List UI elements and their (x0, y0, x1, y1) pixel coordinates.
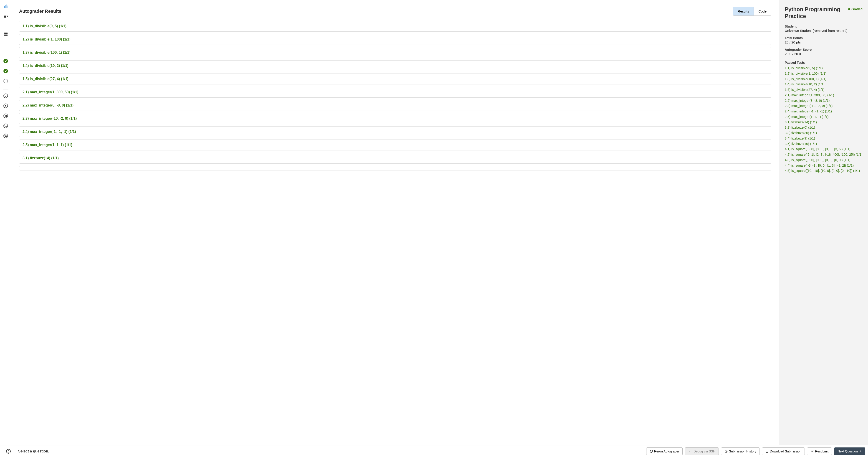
download-icon (766, 450, 769, 453)
rerun-autograder-button[interactable]: Rerun Autograder (646, 448, 683, 455)
user-icon[interactable] (3, 449, 14, 454)
student-label: Student (785, 25, 863, 28)
svg-rect-0 (4, 6, 5, 8)
footer-bar: Select a question. Rerun Autograder >_ D… (0, 445, 868, 457)
passed-tests-list: 1.1) is_divisible(9, 5) (1/1)1.2) is_div… (785, 66, 863, 174)
passed-test-item[interactable]: 2.1) max_integer(1, 300, 50) (1/1) (785, 93, 863, 98)
bars-icon[interactable] (2, 3, 9, 10)
center-column: Autograder Results Results Code 1.1) is_… (11, 0, 779, 457)
search-icon[interactable] (2, 122, 9, 129)
autograder-score-label: Autograder Score (785, 48, 863, 52)
svg-rect-13 (6, 115, 7, 117)
passed-test-item[interactable]: 3.5) fizzbuzz(10) (1/1) (785, 142, 863, 147)
server-icon[interactable] (2, 30, 9, 38)
right-panel[interactable]: Python Programming Practice Graded Stude… (779, 0, 868, 457)
passed-test-item[interactable]: 4.1) is_square([0, 0], [0, 6], [3, 0], [… (785, 147, 863, 152)
passed-test-item[interactable]: 2.5) max_integer(1, 1, 1) (1/1) (785, 115, 863, 120)
passed-test-item[interactable]: 4.5) is_square([10, -10], [10, 0], [0, 0… (785, 169, 863, 174)
results-scroll[interactable]: Autograder Results Results Code 1.1) is_… (11, 0, 779, 457)
tab-code[interactable]: Code (753, 7, 771, 16)
copyright-icon[interactable]: C (2, 92, 9, 99)
svg-rect-3 (7, 6, 7, 8)
test-list: 1.1) is_divisible(9, 5) (1/1)1.2) is_div… (19, 21, 771, 171)
assignment-title: Python Programming Practice (785, 6, 844, 20)
passed-test-item[interactable]: 3.1) fizzbuzz(14) (1/1) (785, 120, 863, 125)
test-item[interactable]: 1.1) is_divisible(9, 5) (1/1) (19, 21, 771, 32)
test-item[interactable]: 1.3) is_divisible(100, 1) (1/1) (19, 47, 771, 58)
passed-test-item[interactable]: 4.4) is_square([-3, -1], [0, 0], [1, 3],… (785, 163, 863, 168)
target-icon[interactable] (2, 102, 9, 110)
svg-rect-2 (6, 5, 6, 8)
clock-icon (724, 450, 727, 453)
passed-test-item[interactable]: 1.1) is_divisible(9, 5) (1/1) (785, 66, 863, 71)
svg-rect-1 (5, 5, 5, 8)
tab-results[interactable]: Results (733, 7, 753, 16)
svg-rect-11 (5, 116, 5, 117)
svg-point-16 (8, 450, 9, 451)
passed-test-item[interactable]: 2.2) max_integer(8, -8, 0) (1/1) (785, 98, 863, 103)
test-item[interactable]: 2.2) max_integer(8, -8, 0) (1/1) (19, 100, 771, 111)
next-question-button[interactable]: Next Question (834, 448, 865, 455)
question-2-icon[interactable] (2, 67, 9, 74)
test-item[interactable]: 3.1) fizzbuzz(14) (1/1) (19, 153, 771, 164)
stats-icon[interactable] (2, 112, 9, 120)
passed-test-item[interactable]: 3.4) fizzbuzz(9) (1/1) (785, 136, 863, 141)
svg-line-15 (6, 126, 7, 127)
gear-icon[interactable] (2, 132, 9, 140)
download-submission-button[interactable]: Download Submission (762, 448, 805, 455)
question-1-icon[interactable] (2, 57, 9, 65)
passed-test-item[interactable]: 4.2) is_square([5, 1], [2, 3], [-18, 400… (785, 152, 863, 157)
menu-toggle-icon[interactable] (2, 13, 9, 20)
debug-ssh-button: >_ Debug via SSH (685, 448, 719, 455)
passed-test-item[interactable]: 2.3) max_integer(-10, -2, 0) (1/1) (785, 103, 863, 109)
test-item[interactable]: 2.3) max_integer(-10, -2, 0) (1/1) (19, 113, 771, 124)
resubmit-button[interactable]: Resubmit (807, 448, 832, 455)
test-item[interactable]: 2.4) max_integer(-1, -1, -1) (1/1) (19, 126, 771, 137)
passed-test-item[interactable]: 2.4) max_integer(-1, -1, -1) (1/1) (785, 109, 863, 114)
question-3-icon[interactable] (2, 78, 9, 85)
page-title: Autograder Results (19, 9, 61, 14)
test-item[interactable] (19, 166, 771, 171)
svg-rect-12 (5, 115, 6, 117)
test-item[interactable]: 2.1) max_integer(1, 300, 50) (1/1) (19, 87, 771, 98)
status-dot-icon (848, 8, 850, 10)
test-item[interactable]: 1.2) is_divisible(1, 100) (1/1) (19, 34, 771, 45)
chevron-right-icon (859, 450, 862, 453)
status-text: Graded (851, 7, 863, 11)
test-item[interactable]: 1.4) is_divisible(10, 2) (1/1) (19, 60, 771, 71)
passed-test-item[interactable]: 3.3) fizzbuzz(30) (1/1) (785, 131, 863, 135)
passed-test-item[interactable]: 1.2) is_divisible(1, 100) (1/1) (785, 71, 863, 76)
svg-point-10 (4, 35, 5, 35)
footer-select-text: Select a question. (17, 449, 644, 453)
points-label: Total Points (785, 36, 863, 40)
left-rail: C (0, 0, 11, 457)
student-value: Unknown Student (removed from roster?) (785, 29, 863, 33)
points-value: 20 / 20 pts (785, 40, 863, 44)
status-badge: Graded (848, 7, 863, 11)
submission-history-button[interactable]: Submission History (721, 448, 760, 455)
svg-rect-8 (4, 35, 7, 36)
passed-test-item[interactable]: 4.3) is_square([0, 0], [0, 0], [0, 0], [… (785, 158, 863, 163)
terminal-icon: >_ (688, 450, 692, 453)
view-tabs: Results Code (733, 7, 771, 16)
passed-tests-label: Passed Tests (785, 61, 863, 64)
autograder-score-value: 20.0 / 20.0 (785, 52, 863, 56)
passed-test-item[interactable]: 1.4) is_divisible(10, 2) (1/1) (785, 82, 863, 87)
svg-rect-7 (4, 33, 7, 34)
refresh-icon (650, 450, 653, 453)
test-item[interactable]: 1.5) is_divisible(27, 4) (1/1) (19, 73, 771, 85)
passed-test-item[interactable]: 1.3) is_divisible(100, 1) (1/1) (785, 77, 863, 82)
test-item[interactable]: 2.5) max_integer(1, 1, 1) (1/1) (19, 140, 771, 150)
svg-point-14 (5, 125, 6, 126)
svg-point-9 (4, 33, 5, 33)
passed-test-item[interactable]: 3.2) fizzbuzz(0) (1/1) (785, 125, 863, 130)
passed-test-item[interactable]: 1.5) is_divisible(27, 4) (1/1) (785, 87, 863, 92)
upload-icon (810, 450, 814, 453)
